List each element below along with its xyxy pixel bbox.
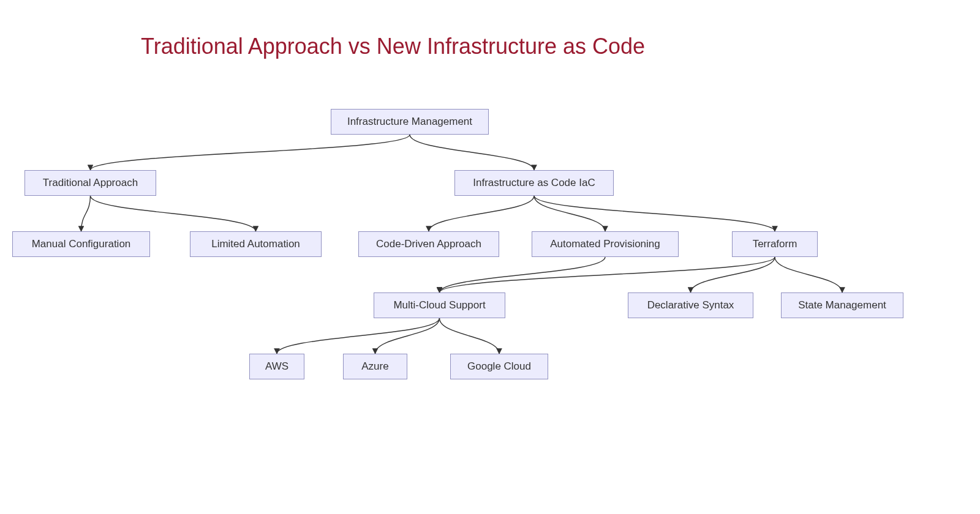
edge-iac-terraform: [534, 196, 775, 231]
edge-root-trad: [91, 135, 410, 170]
node-autoprov: Automated Provisioning: [532, 231, 679, 257]
node-azure: Azure: [343, 354, 407, 379]
node-limited: Limited Automation: [190, 231, 322, 257]
edge-trad-manual: [81, 196, 91, 231]
edge-terraform-multicloud: [440, 257, 775, 292]
edge-iac-codedriven: [429, 196, 534, 231]
node-statemgmt: State Management: [781, 292, 903, 318]
edge-trad-limited: [91, 196, 256, 231]
diagram-title: Traditional Approach vs New Infrastructu…: [141, 34, 645, 59]
node-gcloud: Google Cloud: [450, 354, 548, 379]
node-iac: Infrastructure as Code IaC: [454, 170, 614, 196]
node-codedriven: Code-Driven Approach: [358, 231, 499, 257]
edge-autoprov-multicloud: [440, 257, 606, 292]
edge-terraform-statemgmt: [775, 257, 842, 292]
edge-terraform-declarative: [691, 257, 775, 292]
node-multicloud: Multi-Cloud Support: [374, 292, 505, 318]
node-manual: Manual Configuration: [12, 231, 150, 257]
edge-root-iac: [410, 135, 534, 170]
edge-iac-autoprov: [534, 196, 605, 231]
edge-layer: [0, 0, 980, 514]
node-trad: Traditional Approach: [24, 170, 156, 196]
node-terraform: Terraform: [732, 231, 818, 257]
edge-multicloud-aws: [277, 318, 440, 354]
node-aws: AWS: [249, 354, 304, 379]
node-root: Infrastructure Management: [331, 109, 489, 135]
node-declarative: Declarative Syntax: [628, 292, 753, 318]
edge-multicloud-gcloud: [440, 318, 500, 354]
edge-multicloud-azure: [375, 318, 440, 354]
